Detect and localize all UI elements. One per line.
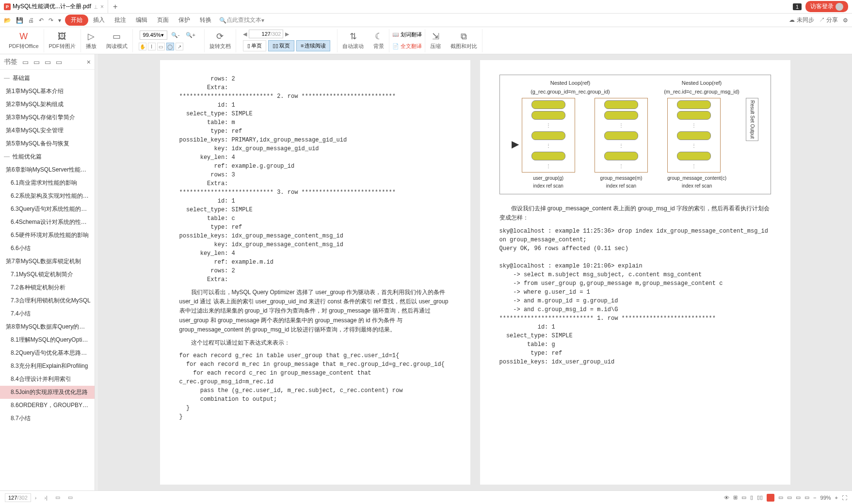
status-last-icon[interactable]: ›| — [40, 495, 51, 501]
status-view-icon-1[interactable]: ▭ — [51, 494, 64, 501]
open-icon[interactable]: 📂 — [4, 17, 11, 24]
crop-compare-button[interactable]: ⧉ 截图和对比 — [446, 29, 482, 52]
layout-icon-3[interactable]: ▯▯ — [757, 494, 763, 501]
status-page-box[interactable]: 127/302 — [5, 493, 31, 502]
new-tab-button[interactable]: + — [108, 2, 122, 11]
outline-item[interactable]: 第2章MySQL架构组成 — [0, 98, 95, 111]
double-page-button[interactable]: ▯▯ 双页 — [268, 40, 294, 51]
outline-item[interactable]: 8.5Join的实现原理及优化思路 — [0, 386, 95, 399]
record-icon[interactable] — [767, 494, 774, 502]
share-button[interactable]: ↗ 分享 — [819, 16, 838, 24]
zoom-out-icon[interactable]: 🔍- — [169, 32, 182, 38]
layout-icon-2[interactable]: ▯ — [750, 494, 753, 501]
outline-item[interactable]: 6.2系统架构及实现对性能的影响 — [0, 189, 95, 203]
hand-tool-icon[interactable]: ✋ — [139, 43, 146, 50]
outline-item[interactable]: 第5章MySQL备份与恢复 — [0, 137, 95, 150]
sync-status[interactable]: ☁ 未同步 — [789, 16, 814, 24]
outline-item[interactable]: 第1章MySQL基本介绍 — [0, 85, 95, 98]
sidebar-icon-3[interactable]: ▭ — [45, 58, 51, 66]
shape-tool-icon[interactable]: ◯ — [166, 43, 174, 50]
zoom-selector[interactable]: 99.45% ▾ — [140, 31, 167, 40]
sidebar-icon-2[interactable]: ▭ — [33, 58, 40, 66]
outline-item[interactable]: 8.3充分利用Explain和Profiling — [0, 360, 95, 373]
menu-comment[interactable]: 批注 — [110, 14, 131, 26]
outline-item[interactable]: 8.6ORDERBY，GROUPBY和DISTINCT优化 — [0, 399, 95, 412]
print-icon[interactable]: 🖨 — [28, 17, 34, 24]
background-button[interactable]: ☾ 背景 — [369, 29, 389, 52]
fullscreen-icon[interactable]: ⛶ — [842, 495, 847, 501]
outline-item[interactable]: 8.1理解MySQL的QueryOptimizer — [0, 333, 95, 346]
compress-button[interactable]: ⇲ 压缩 — [425, 29, 446, 52]
marquee-tool-icon[interactable]: ▭ — [157, 43, 165, 50]
sidebar-icon-4[interactable]: ▭ — [56, 58, 62, 66]
continuous-button[interactable]: ≡ 连续阅读 — [296, 40, 330, 51]
single-page-button[interactable]: ▯ 单页 — [243, 40, 266, 51]
menu-convert[interactable]: 转换 — [195, 14, 216, 26]
notification-badge[interactable]: 1 — [793, 3, 802, 10]
sidebar-close-icon[interactable]: × — [87, 58, 91, 66]
sidebar-icon-1[interactable]: ▭ — [22, 58, 29, 66]
bookmark-tab[interactable]: 书签 — [4, 58, 17, 66]
outline-item[interactable]: 性能优化篇 — [0, 150, 95, 163]
more-icon[interactable]: ▾ — [58, 17, 61, 24]
save-icon[interactable]: 💾 — [16, 17, 23, 24]
settings-icon[interactable]: ⚙ — [843, 17, 848, 24]
outline-item[interactable]: 第6章影响MySQLServer性能的相关因素 — [0, 163, 95, 176]
outline-item[interactable]: 6.6小结 — [0, 242, 95, 255]
tool-icon-4[interactable]: ▭ — [804, 494, 809, 501]
zoom-out-status[interactable]: − — [813, 495, 816, 501]
grid-icon[interactable]: ⊞ — [733, 494, 738, 501]
pdf-to-office-button[interactable]: W PDF转Office — [4, 29, 44, 52]
pin-icon[interactable]: ⟂ — [94, 3, 97, 10]
tool-icon-2[interactable]: ▭ — [787, 494, 792, 501]
status-view-icon-2[interactable]: ▭ — [64, 494, 77, 501]
outline-item[interactable]: 6.3Query语句对系统性能的影响 — [0, 203, 95, 216]
menu-start[interactable]: 开始 — [65, 15, 88, 26]
read-mode-button[interactable]: ▭ 阅读模式 — [101, 29, 133, 52]
rotate-button[interactable]: ⟳ 旋转文档 — [205, 29, 236, 52]
outline-item[interactable]: 7.4小结 — [0, 307, 95, 320]
outline-item[interactable]: 第4章MySQL安全管理 — [0, 124, 95, 137]
outline-item[interactable]: 8.7小结 — [0, 412, 95, 425]
outline-item[interactable]: 基础篇 — [0, 72, 95, 85]
zoom-in-status[interactable]: + — [835, 495, 838, 501]
outline-item[interactable]: 7.1MySQL锁定机制简介 — [0, 268, 95, 281]
arrow-tool-icon[interactable]: ↗ — [176, 43, 183, 50]
full-translate-button[interactable]: 📄 全文翻译 — [392, 43, 422, 50]
menu-protect[interactable]: 保护 — [174, 14, 195, 26]
status-next-icon[interactable]: › — [31, 495, 41, 501]
word-translate-button[interactable]: 📖 划词翻译 — [392, 31, 422, 38]
close-icon[interactable]: × — [100, 3, 104, 10]
guest-login-button[interactable]: 访客登录 — [805, 1, 848, 12]
select-tool-icon[interactable]: I — [148, 43, 156, 50]
eye-icon[interactable]: 👁 — [724, 495, 729, 501]
outline-item[interactable]: 第7章MySQL数据库锁定机制 — [0, 255, 95, 268]
redo-icon[interactable]: ↷ — [48, 17, 53, 24]
menu-page[interactable]: 页面 — [152, 14, 174, 26]
outline-item[interactable]: 第8章MySQL数据库Query的优化 — [0, 320, 95, 333]
outline-item[interactable]: 6.5硬件环境对系统性能的影响 — [0, 229, 95, 242]
undo-icon[interactable]: ↶ — [39, 17, 44, 24]
outline-item[interactable]: 6.1商业需求对性能的影响 — [0, 176, 95, 189]
menu-edit[interactable]: 编辑 — [131, 14, 152, 26]
outline-item[interactable]: 8.4合理设计并利用索引 — [0, 373, 95, 386]
zoom-in-icon[interactable]: 🔍+ — [184, 32, 197, 38]
prev-page-icon[interactable]: ◀ — [243, 31, 247, 37]
outline-item[interactable]: 7.3合理利用锁机制优化MySQL — [0, 294, 95, 307]
tool-icon-1[interactable]: ▭ — [778, 494, 783, 501]
play-button[interactable]: ▷ 播放 — [81, 29, 101, 52]
auto-scroll-button[interactable]: ⇅ 自动滚动 — [338, 29, 369, 52]
pdf-to-image-button[interactable]: 🖼 PDF转图片 — [44, 29, 81, 52]
page-number-input[interactable] — [251, 31, 271, 37]
next-page-icon[interactable]: ▶ — [285, 31, 289, 37]
page-input-box[interactable]: /302 — [249, 30, 283, 38]
tool-icon-3[interactable]: ▭ — [796, 494, 801, 501]
outline-item[interactable]: 第3章MySQL存储引擎简介 — [0, 111, 95, 124]
search-box[interactable]: 🔍 点此查找文本 ▾ — [219, 16, 264, 24]
menu-insert[interactable]: 插入 — [88, 14, 110, 26]
outline-item[interactable]: 8.2Query语句优化基本思路和原则 — [0, 346, 95, 360]
layout-icon-1[interactable]: ▭ — [741, 494, 746, 501]
outline-item[interactable]: 7.2各种锁定机制分析 — [0, 281, 95, 294]
outline-item[interactable]: 6.4Schema设计对系统的性能影响 — [0, 216, 95, 229]
document-tab[interactable]: P MySQL性能调优...计--全册.pdf ⟂ × — [0, 0, 108, 14]
